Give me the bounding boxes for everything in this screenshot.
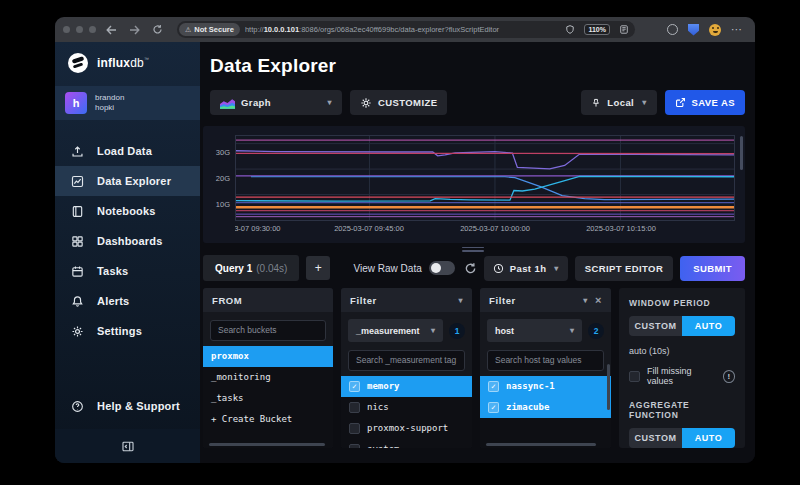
submit-button[interactable]: SUBMIT xyxy=(680,256,745,281)
search-buckets-input[interactable] xyxy=(210,320,326,341)
collapse-sidebar-button[interactable] xyxy=(55,429,200,463)
tag-value-item[interactable]: proxmox-support xyxy=(341,418,472,439)
fill-missing-values-label: Fill missing values xyxy=(647,366,716,386)
time-range-dropdown[interactable]: Past 1h ▾ xyxy=(484,256,568,281)
filter-panel-host: Filter▾×host▾2✓nassync-1✓zimacube xyxy=(480,288,611,448)
sidebar-item-data-explorer[interactable]: Data Explorer xyxy=(55,166,200,196)
browser-menu-icon[interactable]: ⋯ xyxy=(731,24,743,35)
sidebar-item-settings[interactable]: Settings xyxy=(55,316,200,346)
sidebar-nav: Load DataData ExplorerNotebooksDashboard… xyxy=(55,136,200,346)
create-bucket-button[interactable]: + Create Bucket xyxy=(203,409,333,430)
reload-icon[interactable] xyxy=(152,24,163,35)
time-series-plot[interactable] xyxy=(235,135,735,221)
sidebar-item-label: Settings xyxy=(97,325,142,337)
main-content: Data Explorer Graph ▾ CUSTOMIZE xyxy=(200,42,755,463)
url-text: http://10.0.0.101:8086/orgs/068a2ec40ff6… xyxy=(245,25,566,34)
upload-icon xyxy=(71,145,85,158)
adblock-shield-icon[interactable] xyxy=(688,24,699,36)
minimize-window-icon[interactable] xyxy=(76,26,83,33)
shield-icon[interactable] xyxy=(565,21,575,38)
customize-button[interactable]: CUSTOMIZE xyxy=(350,90,447,115)
x-tick-label: 2025-03-07 10:00:00 xyxy=(460,224,530,233)
close-icon[interactable]: × xyxy=(595,295,602,306)
y-tick-label: 30G xyxy=(216,148,230,157)
query-tab[interactable]: Query 1 (0.04s) xyxy=(203,255,299,281)
window-period-segmented: CUSTOM AUTO xyxy=(629,316,735,336)
sidebar-item-notebooks[interactable]: Notebooks xyxy=(55,196,200,226)
sidebar-item-alerts[interactable]: Alerts xyxy=(55,286,200,316)
sidebar-item-load-data[interactable]: Load Data xyxy=(55,136,200,166)
window-auto-button[interactable]: AUTO xyxy=(682,316,735,336)
filter-panel-header[interactable]: Filter▾× xyxy=(480,288,611,312)
filter-panel-measurement: Filter▾_measurement▾1✓memorynicsproxmox-… xyxy=(341,288,472,448)
view-type-dropdown[interactable]: Graph ▾ xyxy=(210,90,342,115)
sidebar-item-tasks[interactable]: Tasks xyxy=(55,256,200,286)
chevron-down-icon: ▾ xyxy=(570,326,574,335)
window-period-value: auto (10s) xyxy=(629,346,735,356)
aggregate-custom-button[interactable]: CUSTOM xyxy=(629,428,682,448)
horizontal-scrollbar[interactable] xyxy=(209,443,325,446)
selected-count-badge: 2 xyxy=(588,323,604,339)
y-axis-labels: 10G20G30G xyxy=(209,135,235,221)
local-dropdown[interactable]: Local ▾ xyxy=(581,90,656,115)
back-icon[interactable] xyxy=(106,25,117,35)
graph-scrollbar[interactable] xyxy=(740,136,743,170)
warning-icon: ⚠ xyxy=(185,26,191,34)
refresh-icon[interactable] xyxy=(464,262,477,275)
checkbox-icon[interactable] xyxy=(349,402,360,413)
reader-icon[interactable] xyxy=(619,21,629,38)
tag-key-dropdown[interactable]: host▾ xyxy=(487,319,582,342)
user-account-item[interactable]: h brandonhopki xyxy=(55,86,200,120)
info-icon[interactable]: ! xyxy=(723,370,735,383)
extension-icon[interactable] xyxy=(667,24,678,35)
graph-type-icon xyxy=(220,97,235,109)
calendar-icon xyxy=(71,265,85,278)
view-raw-data-toggle[interactable] xyxy=(429,261,455,275)
add-query-button[interactable]: + xyxy=(306,256,330,280)
sidebar-item-help-support[interactable]: Help & Support xyxy=(55,391,200,421)
checkbox-icon[interactable] xyxy=(349,423,360,434)
chevron-down-icon: ▾ xyxy=(458,296,463,305)
not-secure-badge[interactable]: ⚠ Not Secure xyxy=(179,23,240,36)
checkbox-checked-icon[interactable]: ✓ xyxy=(488,381,499,392)
tag-value-item[interactable]: system xyxy=(341,439,472,449)
tag-value-item[interactable]: ✓memory xyxy=(341,376,472,397)
window-controls[interactable] xyxy=(63,26,96,33)
extension-face-icon[interactable] xyxy=(709,24,721,36)
influxdb-logo[interactable]: influxdb™ xyxy=(55,42,200,82)
address-bar[interactable]: ⚠ Not Secure http://10.0.0.101:8086/orgs… xyxy=(177,21,635,38)
search-tag-values-input[interactable] xyxy=(487,350,604,371)
close-window-icon[interactable] xyxy=(63,26,70,33)
checkbox-checked-icon[interactable]: ✓ xyxy=(349,381,360,392)
checkbox-icon[interactable] xyxy=(349,444,360,449)
zoom-level-badge[interactable]: 110% xyxy=(584,24,610,35)
tag-value-item[interactable]: ✓nassync-1 xyxy=(480,376,611,397)
horizontal-scrollbar[interactable] xyxy=(486,443,596,446)
sidebar-item-dashboards[interactable]: Dashboards xyxy=(55,226,200,256)
tag-key-dropdown[interactable]: _measurement▾ xyxy=(348,319,443,342)
fill-missing-values-checkbox[interactable] xyxy=(629,371,640,382)
from-panel: FROM proxmox_monitoring_tasks+ Create Bu… xyxy=(203,288,333,448)
script-editor-button[interactable]: SCRIPT EDITOR xyxy=(575,256,673,281)
bucket-item[interactable]: proxmox xyxy=(203,346,333,367)
aggregate-auto-button[interactable]: AUTO xyxy=(682,428,735,448)
window-custom-button[interactable]: CUSTOM xyxy=(629,316,682,336)
influxdb-logo-icon xyxy=(68,53,88,73)
maximize-window-icon[interactable] xyxy=(89,26,96,33)
search-tag-values-input[interactable] xyxy=(348,350,465,371)
vertical-scrollbar[interactable] xyxy=(607,364,610,410)
filter-panel-header[interactable]: Filter▾ xyxy=(341,288,472,312)
help-icon xyxy=(71,400,85,413)
tag-value-item[interactable]: ✓zimacube xyxy=(480,397,611,418)
tag-value-item[interactable]: nics xyxy=(341,397,472,418)
save-as-button[interactable]: SAVE AS xyxy=(665,90,745,115)
chevron-down-icon: ▾ xyxy=(328,98,332,107)
aggregate-segmented: CUSTOM AUTO xyxy=(629,428,735,448)
bucket-item[interactable]: _monitoring xyxy=(203,367,333,388)
checkbox-checked-icon[interactable]: ✓ xyxy=(488,402,499,413)
browser-window: ⚠ Not Secure http://10.0.0.101:8086/orgs… xyxy=(55,17,755,463)
forward-icon[interactable] xyxy=(129,25,140,35)
bucket-item[interactable]: _tasks xyxy=(203,388,333,409)
resize-handle[interactable] xyxy=(200,243,745,255)
view-raw-data-label: View Raw Data xyxy=(354,263,422,274)
